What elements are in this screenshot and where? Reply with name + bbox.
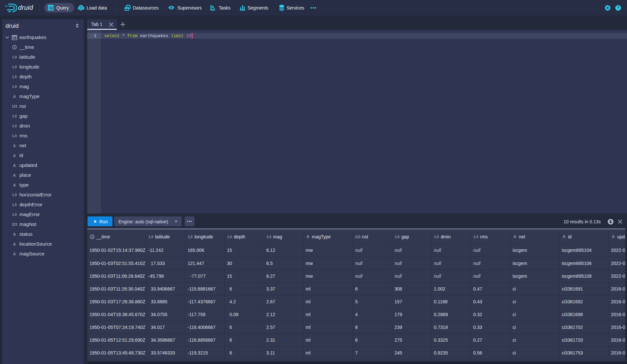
svg-text:?: ? <box>617 6 619 10</box>
